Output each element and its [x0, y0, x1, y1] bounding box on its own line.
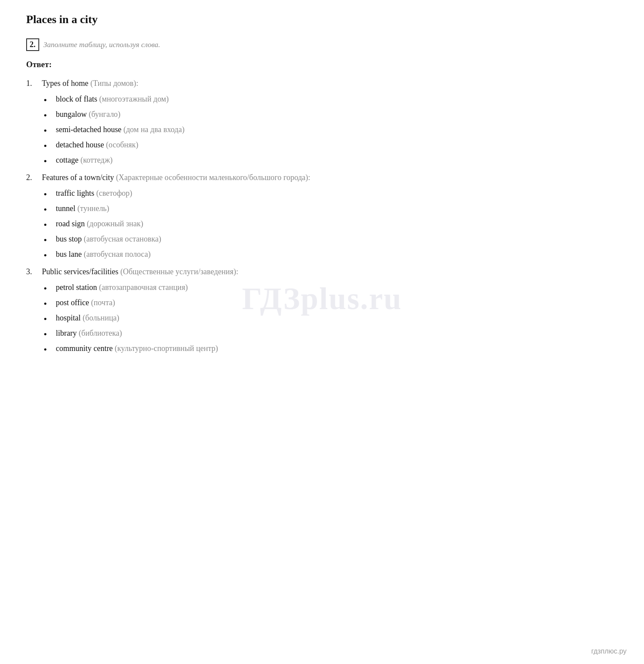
- section-2-header: 2. Features of a town/city (Характерные …: [26, 173, 618, 185]
- section-3-num: 3.: [26, 267, 35, 276]
- list-item: traffic lights (светофор): [44, 187, 618, 199]
- list-item: bus lane (автобусная полоса): [44, 249, 618, 260]
- content-area: 1. Types of home (Типы домов): block of …: [26, 79, 618, 354]
- section-3-header: 3. Public services/facilities (Обществен…: [26, 267, 618, 279]
- task-instruction: Заполните таблицу, используя слова.: [44, 41, 160, 49]
- section-3-title: Public services/facilities (Общественные…: [37, 267, 238, 276]
- page-title: Places in a city: [26, 13, 618, 26]
- list-item: tunnel (туннель): [44, 203, 618, 215]
- list-item: hospital (больница): [44, 312, 618, 324]
- list-item: road sign (дорожный знак): [44, 218, 618, 230]
- list-item: cottage (коттедж): [44, 154, 618, 166]
- section-2-list: traffic lights (светофор) tunnel (туннел…: [44, 187, 618, 260]
- section-1-header: 1. Types of home (Типы домов):: [26, 79, 618, 91]
- task-row: 2. Заполните таблицу, используя слова.: [26, 38, 618, 51]
- list-item: bus stop (автобусная остановка): [44, 233, 618, 245]
- section-2-title: Features of a town/city (Характерные осо…: [37, 173, 310, 182]
- list-item: block of flats (многоэтажный дом): [44, 93, 618, 105]
- answer-label: Ответ:: [26, 60, 618, 69]
- list-item: semi-detached house (дом на два входа): [44, 124, 618, 136]
- list-item: community centre (культурно-спортивный ц…: [44, 343, 618, 354]
- task-number-box: 2.: [26, 38, 39, 51]
- section-1-num: 1.: [26, 79, 35, 88]
- list-item: library (библиотека): [44, 327, 618, 339]
- list-item: petrol station (автозаправочная станция): [44, 282, 618, 293]
- list-item: bungalow (бунгало): [44, 109, 618, 120]
- section-2-num: 2.: [26, 173, 35, 182]
- site-label: гдзплюс.ру: [591, 647, 627, 655]
- list-item: post office (почта): [44, 297, 618, 309]
- section-1-title: Types of home (Типы домов):: [37, 79, 138, 88]
- section-3-list: petrol station (автозаправочная станция)…: [44, 282, 618, 354]
- section-1-list: block of flats (многоэтажный дом) bungal…: [44, 93, 618, 166]
- list-item: detached house (особняк): [44, 139, 618, 151]
